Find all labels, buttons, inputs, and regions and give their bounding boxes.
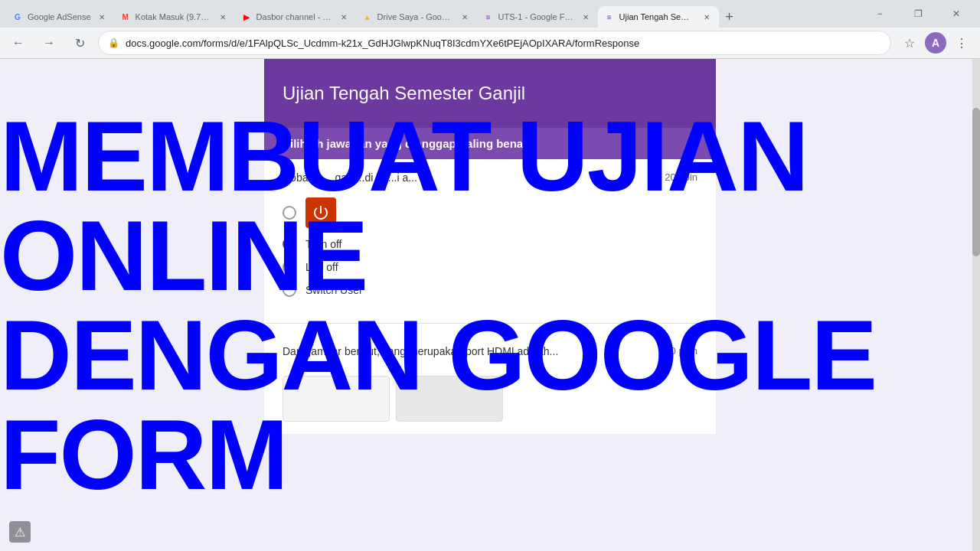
close-button[interactable]: ✕ — [939, 0, 974, 28]
lock-icon: 🔒 — [108, 37, 119, 48]
url-text: docs.google.com/forms/d/e/1FAlpQLSc_Ucdm… — [126, 37, 881, 49]
tabs-row: G Google AdSense ✕ M Kotak Masuk (9.740)… — [0, 0, 980, 28]
option-row-icon — [283, 193, 697, 233]
points-badge: 20 poin — [665, 171, 697, 183]
question-text-row: Coba de... gam...di ba...i a... 20 poin — [283, 171, 697, 184]
question-area: Coba de... gam...di ba...i a... 20 poin — [264, 159, 716, 314]
tab-uts1-label: UTS-1 - Google Formul... — [498, 12, 575, 21]
power-svg-icon — [312, 204, 330, 222]
image-option-2 — [396, 376, 503, 422]
tab-drive-close[interactable]: ✕ — [459, 11, 471, 23]
toolbar-right: ☆ A ⋮ — [897, 31, 974, 55]
new-tab-button[interactable]: + — [719, 6, 740, 28]
power-icon-option — [305, 197, 336, 228]
tab-youtube-label: Dasbor channel - YouTu... — [256, 12, 333, 21]
youtube-favicon: ▶ — [241, 11, 252, 22]
tab-gmail-label: Kotak Masuk (9.740) - ... — [136, 12, 212, 21]
adsense-favicon: G — [12, 11, 23, 22]
info-icon[interactable]: ⚠ — [9, 521, 31, 543]
option-label-logoff: Log off — [305, 261, 338, 273]
radio-option-logoff[interactable] — [283, 260, 296, 274]
radio-option-icon[interactable] — [283, 206, 296, 220]
profile-icon[interactable]: A — [925, 32, 946, 54]
tab-uts1[interactable]: ≡ UTS-1 - Google Formul... ✕ — [477, 6, 598, 28]
tab-youtube-close[interactable]: ✕ — [338, 11, 350, 23]
next-question-text: Dari gambar berikut, yang merupakan port… — [283, 345, 558, 357]
option-label-switchuser: Switch User — [305, 284, 363, 296]
forms-subtitle: Pilihlah jawaban yang dianggap paling be… — [264, 128, 716, 159]
forms1-favicon: ≡ — [483, 11, 494, 22]
window-controls: − ❐ ✕ — [862, 0, 974, 28]
browser-chrome: G Google AdSense ✕ M Kotak Masuk (9.740)… — [0, 0, 980, 59]
tab-ujian-close[interactable]: ✕ — [701, 11, 713, 23]
drive-favicon: ▲ — [362, 11, 373, 22]
radio-option-turnoff[interactable] — [283, 237, 296, 251]
tab-adsense-label: Google AdSense — [28, 12, 91, 21]
tab-uts1-close[interactable]: ✕ — [580, 11, 592, 23]
address-bar-row: ← → ↻ 🔒 docs.google.com/forms/d/e/1FAlpQ… — [0, 28, 980, 58]
page-content: MEMBUAT UJIAN ONLINE DENGAN GOOGLE FORM … — [0, 59, 980, 551]
menu-button[interactable]: ⋮ — [949, 31, 974, 55]
refresh-button[interactable]: ↻ — [67, 31, 92, 55]
address-bar[interactable]: 🔒 docs.google.com/forms/d/e/1FAlpQLSc_Uc… — [98, 31, 891, 55]
tab-adsense[interactable]: G Google AdSense ✕ — [6, 6, 114, 28]
tab-gmail[interactable]: M Kotak Masuk (9.740) - ... ✕ — [114, 6, 235, 28]
radio-inner-turnoff — [286, 240, 293, 248]
radio-option-switchuser[interactable] — [283, 283, 296, 297]
image-option-1 — [283, 376, 390, 422]
scrollbar-thumb[interactable] — [972, 108, 980, 256]
forms2-favicon: ≡ — [604, 11, 615, 22]
next-points-badge: 20 poin — [665, 345, 697, 357]
tab-ujian-label: Ujian Tengah Semeste... — [619, 12, 696, 21]
option-row-logoff: Log off — [283, 256, 697, 279]
option-row-switchuser: Switch User — [283, 279, 697, 302]
forms-body: Pilihlah jawaban yang dianggap paling be… — [264, 128, 716, 434]
next-question-text-row: Dari gambar berikut, yang merupakan port… — [283, 345, 697, 367]
restore-button[interactable]: ❐ — [900, 0, 936, 28]
bookmark-button[interactable]: ☆ — [897, 31, 922, 55]
minimize-button[interactable]: − — [862, 0, 897, 28]
back-button[interactable]: ← — [6, 31, 31, 55]
tab-adsense-close[interactable]: ✕ — [96, 11, 108, 23]
next-question-area: Dari gambar berikut, yang merupakan port… — [264, 333, 716, 434]
gmail-favicon: M — [120, 11, 131, 22]
forward-button[interactable]: → — [37, 31, 61, 55]
forms-title: Ujian Tengah Semester Ganjil — [283, 83, 525, 104]
option-label-turnoff: Turn off — [305, 238, 341, 250]
tab-ujian[interactable]: ≡ Ujian Tengah Semeste... ✕ — [598, 6, 719, 28]
option-row-turnoff: Turn off — [283, 233, 697, 256]
tab-drive[interactable]: ▲ Drive Saya - Google Dr... ✕ — [356, 6, 477, 28]
forms-header: Ujian Tengah Semester Ganjil — [264, 59, 716, 128]
tab-drive-label: Drive Saya - Google Dr... — [377, 12, 454, 21]
scrollbar[interactable] — [972, 59, 980, 551]
forms-container: Ujian Tengah Semester Ganjil Pilihlah ja… — [264, 59, 716, 551]
tab-youtube[interactable]: ▶ Dasbor channel - YouTu... ✕ — [235, 6, 356, 28]
question-divider — [264, 323, 716, 324]
tab-gmail-close[interactable]: ✕ — [217, 11, 229, 23]
question-text: Coba de... gam...di ba...i a... — [283, 171, 658, 184]
image-options-row — [283, 376, 697, 422]
